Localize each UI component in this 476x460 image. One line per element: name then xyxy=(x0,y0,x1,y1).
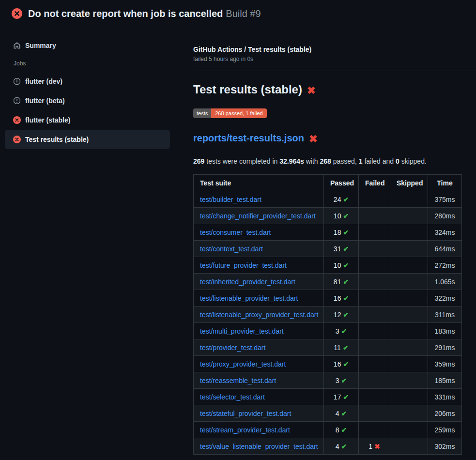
passed-cell: 4✔ xyxy=(324,438,359,455)
suite-link[interactable]: test/value_listenable_provider_test.dart xyxy=(200,443,318,450)
suite-link[interactable]: test/consumer_test.dart xyxy=(200,229,271,236)
suite-link[interactable]: test/multi_provider_test.dart xyxy=(200,327,284,335)
table-row: test/reassemble_test.dart3✔185ms xyxy=(194,372,462,389)
suite-link[interactable]: test/inherited_provider_test.dart xyxy=(200,278,295,286)
failed-cell xyxy=(359,323,390,339)
passed-cell: 81✔ xyxy=(324,274,359,290)
sidebar-job-item-1[interactable]: flutter (dev) xyxy=(5,72,170,91)
passed-cell: 4✔ xyxy=(324,405,359,422)
check-icon: ✔ xyxy=(341,410,347,417)
table-row: test/proxy_provider_test.dart16✔359ms xyxy=(194,356,462,372)
x-circle-fill-icon xyxy=(13,116,21,124)
time-cell: 311ms xyxy=(428,307,462,323)
time-cell: 302ms xyxy=(428,438,462,455)
build-header: Do not create report when job is cancell… xyxy=(0,0,476,27)
build-title: Do not create report when job is cancell… xyxy=(28,8,223,19)
suite-link[interactable]: test/future_provider_test.dart xyxy=(200,261,287,269)
suite-link[interactable]: test/reassemble_test.dart xyxy=(200,377,276,384)
check-icon: ✔ xyxy=(341,443,347,450)
passed-cell: 17✔ xyxy=(324,389,359,405)
check-icon: ✔ xyxy=(341,327,347,335)
table-row: test/consumer_test.dart18✔324ms xyxy=(194,224,462,241)
sidebar-job-item-3[interactable]: flutter (stable) xyxy=(5,110,170,130)
suite-cell: test/future_provider_test.dart xyxy=(194,257,324,274)
skipped-cell xyxy=(390,307,428,323)
suite-link[interactable]: test/listenable_proxy_provider_test.dart xyxy=(200,311,318,319)
time-cell: 280ms xyxy=(428,208,462,224)
skipped-cell xyxy=(390,356,428,372)
jobs-list: flutter (dev)flutter (beta)flutter (stab… xyxy=(0,72,185,149)
suite-cell: test/listenable_proxy_provider_test.dart xyxy=(194,307,324,323)
column-header: Passed xyxy=(324,175,359,191)
check-icon: ✔ xyxy=(341,377,347,384)
suite-link[interactable]: test/builder_test.dart xyxy=(200,196,261,203)
check-icon: ✔ xyxy=(343,212,349,220)
sidebar: Summary Jobs flutter (dev)flutter (beta)… xyxy=(0,27,185,149)
skipped-cell xyxy=(390,241,428,257)
skipped-cell xyxy=(390,372,428,389)
suite-cell: test/consumer_test.dart xyxy=(194,224,324,241)
build-number: Build #9 xyxy=(226,8,261,19)
check-icon: ✔ xyxy=(343,311,349,319)
job-label: flutter (dev) xyxy=(25,77,62,85)
check-icon: ✔ xyxy=(343,196,349,203)
time-cell: 322ms xyxy=(428,290,462,307)
time-cell: 1.065s xyxy=(428,274,462,290)
sidebar-item-summary[interactable]: Summary xyxy=(5,38,170,53)
suite-cell: test/context_test.dart xyxy=(194,241,324,257)
sidebar-job-item-4[interactable]: Test results (stable) xyxy=(5,130,170,149)
suite-link[interactable]: test/stream_provider_test.dart xyxy=(200,426,290,434)
failed-cell xyxy=(359,241,390,257)
suite-cell: test/stream_provider_test.dart xyxy=(194,422,324,438)
passed-cell: 18✔ xyxy=(324,224,359,241)
suite-link[interactable]: test/change_notifier_provider_test.dart xyxy=(200,212,316,220)
check-icon: ✔ xyxy=(343,278,349,286)
skipped-cell xyxy=(390,339,428,356)
suite-cell: test/value_listenable_provider_test.dart xyxy=(194,438,324,455)
suite-link[interactable]: test/context_test.dart xyxy=(200,245,263,253)
suite-link[interactable]: test/provider_test.dart xyxy=(200,344,265,352)
check-icon: ✔ xyxy=(341,426,347,434)
failed-cell xyxy=(359,224,390,241)
check-icon: ✔ xyxy=(343,294,349,302)
time-cell: 259ms xyxy=(428,422,462,438)
stop-icon xyxy=(13,97,21,105)
table-row: test/value_listenable_provider_test.dart… xyxy=(194,438,462,455)
failed-cell: 1✖ xyxy=(359,438,390,455)
sidebar-item-label: Summary xyxy=(25,42,56,49)
report-file-link[interactable]: reports/test-results.json xyxy=(193,133,304,144)
failed-cell xyxy=(359,405,390,422)
stop-icon xyxy=(13,77,21,85)
suite-cell: test/proxy_provider_test.dart xyxy=(194,356,324,372)
suite-cell: test/listenable_provider_test.dart xyxy=(194,290,324,307)
table-row: test/stream_provider_test.dart8✔259ms xyxy=(194,422,462,438)
divider xyxy=(193,71,476,71)
skipped-cell xyxy=(390,191,428,208)
table-row: test/listenable_proxy_provider_test.dart… xyxy=(194,307,462,323)
passed-cell: 10✔ xyxy=(324,208,359,224)
time-cell: 375ms xyxy=(428,191,462,208)
x-circle-fill-icon xyxy=(12,8,22,19)
skipped-cell xyxy=(390,224,428,241)
sidebar-job-item-2[interactable]: flutter (beta) xyxy=(5,91,170,110)
column-header: Time xyxy=(428,175,462,191)
failed-cell xyxy=(359,372,390,389)
table-row: test/listenable_provider_test.dart16✔322… xyxy=(194,290,462,307)
skipped-cell xyxy=(390,438,428,455)
section-title: Test results (stable) xyxy=(193,83,302,96)
column-header: Skipped xyxy=(390,175,428,191)
passed-cell: 12✔ xyxy=(324,307,359,323)
passed-cell: 3✔ xyxy=(324,323,359,339)
passed-cell: 24✔ xyxy=(324,191,359,208)
suite-cell: test/builder_test.dart xyxy=(194,191,324,208)
suite-link[interactable]: test/stateful_provider_test.dart xyxy=(200,410,291,417)
suite-link[interactable]: test/listenable_provider_test.dart xyxy=(200,294,298,302)
job-label: flutter (beta) xyxy=(25,97,65,105)
skipped-cell xyxy=(390,422,428,438)
failed-cell xyxy=(359,290,390,307)
suite-link[interactable]: test/selector_test.dart xyxy=(200,393,265,401)
suite-link[interactable]: test/proxy_provider_test.dart xyxy=(200,360,286,368)
time-cell: 331ms xyxy=(428,389,462,405)
time-cell: 359ms xyxy=(428,356,462,372)
skipped-cell xyxy=(390,323,428,339)
